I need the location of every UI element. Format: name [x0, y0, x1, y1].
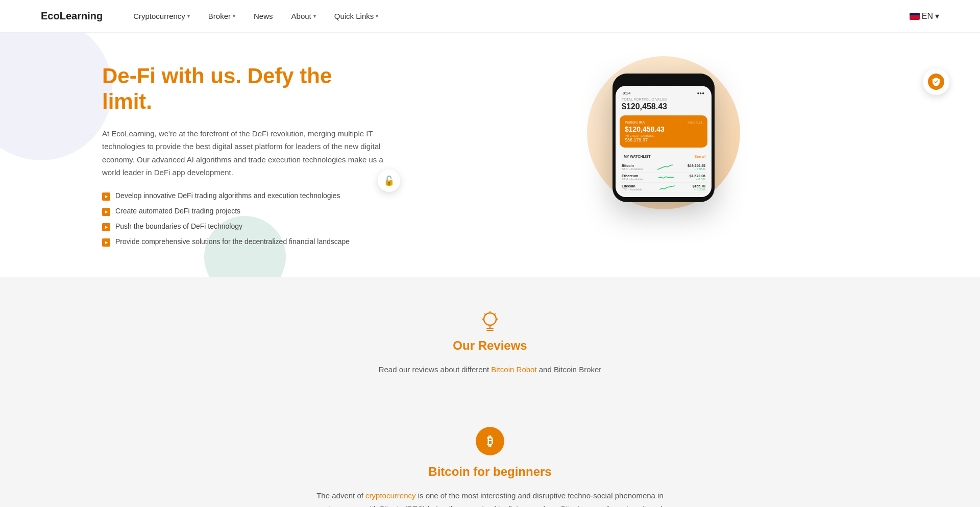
decorative-circle-top [0, 33, 112, 160]
reviews-title: Our Reviews [41, 339, 939, 353]
shield-icon [928, 74, 944, 90]
hero-title: De-Fi with us. Defy the limit. [102, 63, 388, 115]
ethereum-chart-icon [658, 175, 674, 181]
chevron-down-icon: ▾ [233, 13, 235, 19]
hero-section: De-Fi with us. Defy the limit. At EcoLea… [0, 33, 980, 277]
nav-links: Cryptocurrency ▾ Broker ▾ News About ▾ Q… [133, 12, 910, 20]
phone-mockup: 9:24 ●●● TOTAL PORTFOLIO VALUE $120,458.… [612, 74, 715, 202]
reviews-section: Our Reviews Read our reviews about diffe… [0, 277, 980, 407]
shield-badge [923, 68, 949, 95]
list-item: Develop innovative DeFi trading algorith… [102, 191, 388, 201]
bullet-icon [102, 223, 110, 231]
list-item: Push the boundaries of DeFi technology [102, 222, 388, 231]
lock-badge [378, 170, 400, 192]
bullet-icon [102, 192, 110, 201]
navbar: EcoLearning Cryptocurrency ▾ Broker ▾ Ne… [0, 0, 980, 33]
bitcoin-section: ₿ Bitcoin for beginners The advent of cr… [0, 406, 980, 507]
phone-card-value: $120,458.43 [625, 125, 702, 133]
chevron-down-icon: ▾ [376, 13, 378, 19]
nav-item-about[interactable]: About ▾ [291, 12, 316, 20]
phone-coin-row: Litecoin LTC - Available $165.78 + 8.20% [620, 183, 707, 193]
hero-description: At EcoLearning, we're at the forefront o… [102, 127, 388, 179]
hero-content: De-Fi with us. Defy the limit. At EcoLea… [102, 63, 388, 247]
language-selector[interactable]: EN ▾ [910, 11, 939, 21]
shield-svg [932, 77, 940, 86]
phone-notch [648, 79, 679, 84]
hero-bullet-list: Develop innovative DeFi trading algorith… [102, 191, 388, 247]
nav-item-cryptocurrency[interactable]: Cryptocurrency ▾ [133, 12, 190, 20]
language-label: EN [922, 12, 933, 21]
reviews-icon [41, 308, 939, 339]
flag-icon [910, 13, 920, 20]
hero-phone-area: 9:24 ●●● TOTAL PORTFOLIO VALUE $120,458.… [388, 63, 939, 202]
phone-portfolio-value: $120,458.43 [620, 101, 707, 115]
nav-item-news[interactable]: News [254, 12, 273, 20]
phone-watchlist-label: MY WATCHLIST [622, 153, 651, 160]
phone-portfolio-label: TOTAL PORTFOLIO VALUE [620, 98, 707, 101]
bitcoin-robot-link[interactable]: Bitcoin Robot [491, 365, 536, 374]
list-item: Provide comprehensive solutions for the … [102, 237, 388, 247]
bitcoin-title: Bitcoin for beginners [41, 465, 939, 479]
svg-line-8 [495, 313, 496, 315]
bitcoin-description: The advent of cryptocurrency is one of t… [306, 489, 674, 507]
bullet-icon [102, 238, 110, 247]
phone-status-bar: 9:24 ●●● [620, 90, 707, 98]
nav-item-quick-links[interactable]: Quick Links ▾ [334, 12, 379, 20]
phone-card-account: #8DC4111 [688, 121, 702, 124]
bitcoin-icon: ₿ [476, 427, 504, 455]
phone-see-all[interactable]: See all [695, 155, 705, 158]
chevron-down-icon: ▾ [187, 13, 190, 19]
bitcoin-chart-icon [657, 164, 673, 171]
phone-screen: 9:24 ●●● TOTAL PORTFOLIO VALUE $120,458.… [616, 86, 712, 197]
site-logo[interactable]: EcoLearning [41, 10, 103, 22]
list-item: Create automated DeFi trading projects [102, 207, 388, 216]
nav-item-broker[interactable]: Broker ▾ [208, 12, 235, 20]
litecoin-chart-icon [659, 185, 675, 191]
phone-coin-row: Ethereum ETH - Available $1,572.06 + 0.0… [620, 173, 707, 183]
cryptocurrency-link[interactable]: cryptocurrency [365, 491, 415, 500]
phone-card: Portfolio IRA #8DC4111 $120,458.43 INTER… [620, 115, 707, 148]
svg-line-7 [485, 313, 486, 315]
lightbulb-icon [476, 308, 504, 336]
reviews-description: Read our reviews about different Bitcoin… [41, 363, 939, 376]
bullet-icon [102, 208, 110, 216]
chevron-down-icon: ▾ [935, 11, 939, 21]
phone-card-earn-value: $36,179.37 [625, 137, 702, 142]
phone-coin-row: Bitcoin BTC - Available $49,256.45 + 6.9… [620, 162, 707, 173]
phone-card-label: Portfolio IRA [625, 120, 645, 124]
chevron-down-icon: ▾ [313, 13, 316, 19]
